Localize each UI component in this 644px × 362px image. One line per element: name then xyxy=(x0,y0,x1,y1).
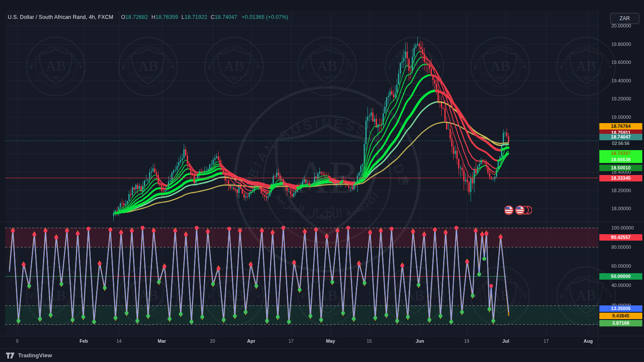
price-axis-tick: 18.00000 xyxy=(611,206,631,211)
price-axis-badge: 18.50010 xyxy=(599,165,642,171)
ohlc-low-label: L xyxy=(182,14,185,20)
indicator-axis-badge: 3.87168 xyxy=(599,320,642,326)
time-axis-tick: Mar xyxy=(158,338,166,344)
price-axis-badge: 18.65538 xyxy=(599,157,642,163)
indicator-axis-badge: 13.35005 xyxy=(599,305,642,312)
price-axis-badge: 18.7404702:56:56 xyxy=(599,134,642,140)
time-axis-tick: 19 xyxy=(464,338,469,344)
time-axis-tick: Feb xyxy=(79,338,88,344)
economic-calendar-flag-icons[interactable] xyxy=(504,205,532,216)
time-axis-tick: 14 xyxy=(116,338,122,344)
tradingview-brand-link[interactable]: TradingView xyxy=(18,352,52,359)
time-axis-border xyxy=(0,336,644,336)
countdown-timer: 02:56:56 xyxy=(599,140,642,146)
price-axis-tick: 18.20000 xyxy=(611,188,631,193)
time-axis-tick: 9 xyxy=(16,338,18,344)
pane-separator[interactable] xyxy=(0,222,644,222)
indicator-axis-tick: 80.00000 xyxy=(611,244,631,250)
time-axis-tick: Jul xyxy=(502,338,509,344)
price-axis-tick: 19.20000 xyxy=(611,96,631,101)
ohlc-high-label: H xyxy=(152,14,155,20)
tradingview-logo-icon[interactable] xyxy=(6,353,16,359)
time-axis-tick: Jun xyxy=(416,338,424,344)
price-axis-tick: 19.40000 xyxy=(611,78,631,83)
indicator-axis-tick: 60.00000 xyxy=(611,263,631,268)
price-axis-tick: 19.00000 xyxy=(611,115,631,120)
us-flag-icon xyxy=(504,206,532,214)
currency-toggle-button[interactable]: ZAR xyxy=(610,13,639,24)
time-axis-tick: 15 xyxy=(367,338,372,344)
ohlc-close-label: C xyxy=(211,14,215,20)
tradingview-chart-widget: AB ♔ ★ ★ ARABIAN BUSINESS ACADEMY أكاديم… xyxy=(0,0,644,362)
symbol-legend: U.S. Dollar / South African Rand, 4h, FX… xyxy=(8,14,289,20)
time-axis-tick: 20 xyxy=(210,338,215,344)
time-axis-tick: Apr xyxy=(247,338,255,344)
price-chart-canvas[interactable] xyxy=(0,0,644,362)
price-change: +0.01365 (+0.07%) xyxy=(242,14,289,20)
price-axis-border xyxy=(598,11,598,348)
indicator-axis-tick: 100.00000 xyxy=(611,225,634,230)
price-axis-badge: 18.33345 xyxy=(599,175,642,181)
indicator-axis-badge: 50.00000 xyxy=(599,273,642,280)
time-axis-tick: 17 xyxy=(289,338,294,344)
price-axis-badge: 18.70307 xyxy=(599,150,642,157)
price-axis-badge: 18.76764 xyxy=(599,123,642,130)
ohlc-high-value: 18.76359 xyxy=(155,14,178,20)
indicator-axis-badge: 90.42557 xyxy=(599,234,642,241)
indicator-axis-tick: 40.00000 xyxy=(611,283,631,288)
price-axis-tick: 20.00000 xyxy=(611,23,631,28)
time-axis-tick: Aug xyxy=(583,338,592,344)
time-axis-tick: 17 xyxy=(544,338,549,344)
time-axis-tick: May xyxy=(326,338,335,344)
indicator-axis-badge: 9.43845 xyxy=(599,313,642,319)
symbol-title[interactable]: U.S. Dollar / South African Rand, 4h, FX… xyxy=(8,14,113,20)
ohlc-close-value: 18.74047 xyxy=(215,14,237,20)
ohlc-open-value: 18.72682 xyxy=(125,14,148,20)
ohlc-open-label: O xyxy=(121,14,125,20)
price-axis-tick: 19.60000 xyxy=(611,60,631,65)
ohlc-low-value: 18.71922 xyxy=(185,14,207,20)
price-axis-tick: 19.80000 xyxy=(611,42,631,47)
footer-bar: TradingView xyxy=(0,348,644,362)
